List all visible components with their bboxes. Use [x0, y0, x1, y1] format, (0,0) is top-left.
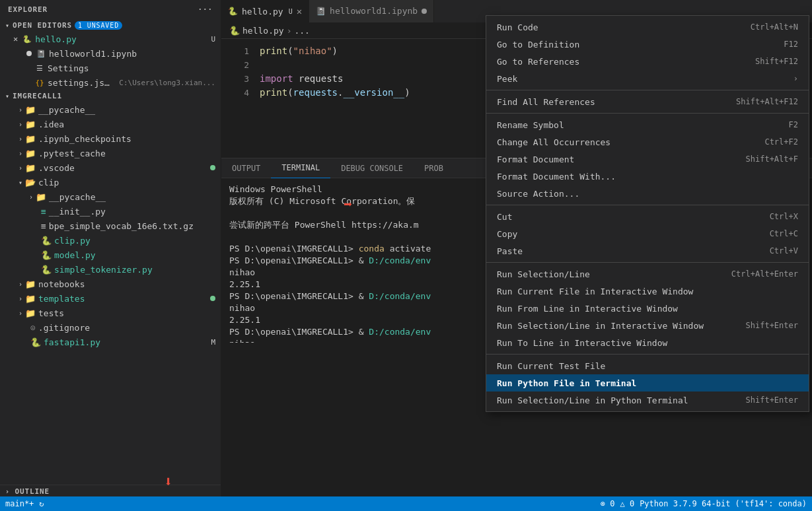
- tokenizer-name: simple_tokenizer.py: [54, 265, 153, 275]
- python-version[interactable]: Python 3.7.9 64-bit ('tf14': conda): [640, 499, 807, 508]
- menu-change-all[interactable]: Change All Occurrences Ctrl+F2: [486, 133, 809, 151]
- open-editor-helloworld[interactable]: 📓 helloworld1.ipynb: [0, 46, 221, 61]
- code-paren1: (: [287, 46, 293, 56]
- outline-header[interactable]: › OUTLINE: [0, 485, 221, 498]
- menu-format-doc[interactable]: Format Document Shift+Alt+F: [486, 151, 809, 168]
- tree-pytest-cache[interactable]: › 📁 .pytest_cache: [0, 146, 221, 160]
- open-editors-header[interactable]: ▾ OPEN EDITORS 1 UNSAVED: [0, 19, 221, 32]
- vscode-dot: [210, 165, 215, 170]
- tab-output[interactable]: OUTPUT: [221, 158, 271, 178]
- menu-run-code[interactable]: Run Code Ctrl+Alt+N: [486, 18, 809, 36]
- menu-paste-shortcut: Ctrl+V: [770, 246, 798, 256]
- tree-notebooks[interactable]: › 📁 notebooks: [0, 277, 221, 291]
- code-paren4: ): [404, 87, 410, 98]
- tree-clip-folder[interactable]: ▾ 📂 clip: [0, 175, 221, 189]
- errors-count[interactable]: ⊗ 0: [601, 499, 615, 508]
- tree-model-py[interactable]: 🐍 model.py: [0, 248, 221, 262]
- tab-terminal[interactable]: TERMINAL: [271, 158, 330, 178]
- pytest-name: .pytest_cache: [38, 149, 106, 158]
- code-paren3: (: [287, 87, 293, 98]
- json-icon: {}: [34, 77, 45, 88]
- menu-run-python-terminal[interactable]: Run Python File in Terminal: [486, 374, 809, 392]
- tree-templates[interactable]: › 📁 templates: [0, 291, 221, 306]
- status-right: ⊗ 0 △ 0 Python 3.7.9 64-bit ('tf14': con…: [601, 499, 807, 508]
- menu-run-current-interactive[interactable]: Run Current File in Interactive Window: [486, 283, 809, 300]
- tree-pycache[interactable]: › 📁 __pycache__: [0, 102, 221, 117]
- menu-paste-label: Paste: [497, 246, 523, 256]
- tab-helloworld[interactable]: 📓 helloworld1.ipynb: [309, 0, 434, 22]
- tree-clip-pycache[interactable]: › 📁 __pycache__: [0, 189, 221, 204]
- menu-copy-label: Copy: [497, 229, 517, 239]
- menu-run-sel-python-terminal[interactable]: Run Selection/Line in Python Terminal Sh…: [486, 392, 809, 409]
- hello-py-badge: U: [211, 35, 215, 44]
- status-left: main*+ ↻: [5, 499, 44, 508]
- tests-name: tests: [38, 308, 64, 318]
- tree-vscode[interactable]: › 📁 .vscode: [0, 160, 221, 175]
- menu-paste[interactable]: Paste Ctrl+V: [486, 242, 809, 259]
- menu-change-all-label: Change All Occurrences: [497, 137, 610, 147]
- context-menu: Run Code Ctrl+Alt+N Go to Definition F12…: [486, 15, 809, 412]
- menu-peek[interactable]: Peek ›: [486, 70, 809, 87]
- open-editor-settings[interactable]: ☰ Settings: [0, 61, 221, 75]
- settings-name: Settings: [48, 63, 215, 73]
- menu-go-definition[interactable]: Go to Definition F12: [486, 36, 809, 53]
- tree-ipynb-checkpoints[interactable]: › 📁 .ipynb_checkpoints: [0, 131, 221, 146]
- tree-tests[interactable]: › 📁 tests: [0, 306, 221, 320]
- clip-py-name: clip.py: [54, 236, 91, 246]
- menu-run-curr-int-label: Run Current File in Interactive Window: [497, 287, 693, 296]
- git-branch[interactable]: main*+: [5, 499, 34, 508]
- imgrecall-title: IMGRECALL1: [13, 92, 62, 100]
- vscode-chevron: ›: [18, 164, 22, 172]
- tree-bpe-vocab[interactable]: ≡ bpe_simple_vocab_16e6.txt.gz: [0, 219, 221, 233]
- explorer-actions: ···: [198, 5, 213, 14]
- menu-find-all-refs[interactable]: Find All References Shift+Alt+F12: [486, 93, 809, 110]
- menu-run-from-line[interactable]: Run From Line in Interactive Window: [486, 300, 809, 317]
- menu-run-selection[interactable]: Run Selection/Line Ctrl+Alt+Enter: [486, 265, 809, 283]
- sync-icon[interactable]: ↻: [39, 499, 44, 508]
- menu-run-test-file[interactable]: Run Current Test File: [486, 357, 809, 374]
- menu-format-doc-label: Format Document: [497, 154, 574, 164]
- tab-problems[interactable]: PROB: [414, 158, 454, 178]
- breadcrumb-sep: ›: [287, 26, 292, 36]
- hello-tab-unsaved: U: [289, 8, 293, 15]
- menu-run-py-term-label: Run Python File in Terminal: [497, 378, 636, 388]
- close-icon[interactable]: ✕: [13, 34, 18, 44]
- tree-fastapi[interactable]: 🐍 fastapi1.py M: [0, 335, 221, 349]
- helloworld-tab-dot: [422, 9, 427, 14]
- tab-debug-console[interactable]: DEBUG CONSOLE: [330, 158, 414, 178]
- open-editor-hello-py[interactable]: ✕ 🐍 hello.py U: [0, 32, 221, 46]
- tree-init-py[interactable]: ≡ __init__.py: [0, 204, 221, 219]
- menu-run-code-shortcut: Ctrl+Alt+N: [751, 22, 798, 32]
- code-version: __version__: [343, 87, 404, 98]
- hello-tab-close[interactable]: ✕: [297, 6, 302, 17]
- menu-format-doc-with[interactable]: Format Document With...: [486, 168, 809, 185]
- menu-sep-2: [486, 113, 809, 114]
- menu-rename-symbol[interactable]: Rename Symbol F2: [486, 116, 809, 133]
- more-actions-icon[interactable]: ···: [198, 5, 213, 14]
- clip-pycache-name: __pycache__: [49, 192, 106, 202]
- open-editor-settings-json[interactable]: {} settings.json C:\Users\long3.xian...: [0, 75, 221, 90]
- menu-source-action[interactable]: Source Action...: [486, 185, 809, 202]
- menu-run-sel-py-shortcut: Shift+Enter: [746, 395, 798, 405]
- menu-run-to-line[interactable]: Run To Line in Interactive Window: [486, 334, 809, 351]
- menu-go-references[interactable]: Go to References Shift+F12: [486, 53, 809, 70]
- warnings-count[interactable]: △ 0: [620, 499, 634, 508]
- tokenizer-icon: 🐍: [41, 265, 52, 275]
- hello-py-name: hello.py: [35, 34, 208, 44]
- menu-sep-4: [486, 262, 809, 263]
- explorer-header: EXPLORER ···: [0, 0, 221, 19]
- menu-run-sel-interactive[interactable]: Run Selection/Line in Interactive Window…: [486, 317, 809, 334]
- tree-clip-py[interactable]: 🐍 clip.py: [0, 233, 221, 248]
- tree-idea[interactable]: › 📁 .idea: [0, 117, 221, 131]
- menu-copy[interactable]: Copy Ctrl+C: [486, 225, 809, 242]
- imgrecall-chevron: ▾: [5, 92, 10, 100]
- templates-dot: [210, 296, 215, 301]
- pycache-name: __pycache__: [38, 105, 95, 115]
- imgrecall-header[interactable]: ▾ IMGRECALL1: [0, 90, 221, 102]
- bpe-icon: ≡: [41, 221, 46, 231]
- tab-hello-py[interactable]: 🐍 hello.py U ✕: [221, 0, 309, 22]
- tree-simple-tokenizer[interactable]: 🐍 simple_tokenizer.py: [0, 262, 221, 277]
- init-py-icon: ≡: [41, 207, 46, 217]
- menu-cut[interactable]: Cut Ctrl+X: [486, 208, 809, 225]
- tree-gitignore[interactable]: ⊙ .gitignore: [0, 320, 221, 335]
